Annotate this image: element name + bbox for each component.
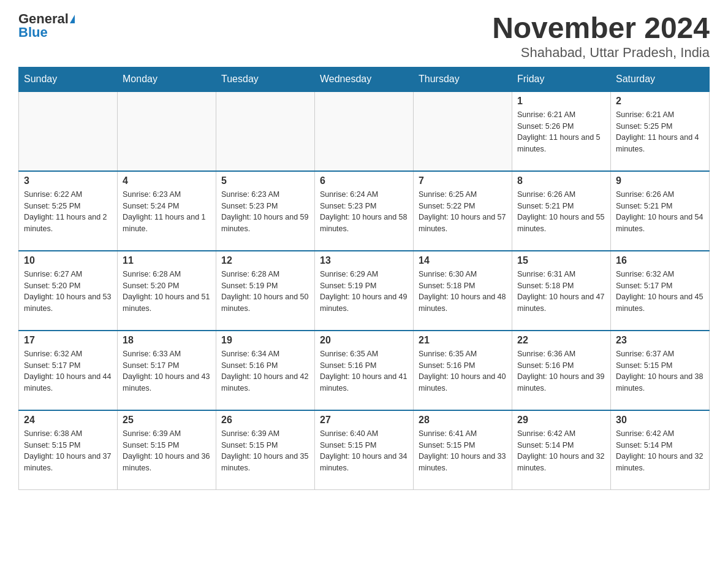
table-row: 27Sunrise: 6:40 AMSunset: 5:15 PMDayligh…: [315, 410, 414, 490]
day-info: Sunrise: 6:31 AMSunset: 5:18 PMDaylight:…: [517, 269, 605, 315]
day-number: 13: [320, 255, 408, 266]
day-number: 1: [517, 96, 605, 107]
day-info: Sunrise: 6:40 AMSunset: 5:15 PMDaylight:…: [320, 428, 408, 474]
day-info: Sunrise: 6:24 AMSunset: 5:23 PMDaylight:…: [320, 189, 408, 235]
day-number: 23: [616, 335, 704, 346]
day-number: 20: [320, 335, 408, 346]
day-number: 14: [419, 255, 507, 266]
location-subtitle: Shahabad, Uttar Pradesh, India: [492, 45, 710, 61]
day-number: 17: [24, 335, 112, 346]
day-number: 2: [616, 96, 704, 107]
logo-general-text: General: [18, 12, 69, 26]
day-number: 30: [616, 415, 704, 426]
day-number: 21: [419, 335, 507, 346]
table-row: 20Sunrise: 6:35 AMSunset: 5:16 PMDayligh…: [315, 331, 414, 410]
table-row: 19Sunrise: 6:34 AMSunset: 5:16 PMDayligh…: [216, 331, 315, 410]
table-row: 3Sunrise: 6:22 AMSunset: 5:25 PMDaylight…: [19, 171, 118, 251]
table-row: 11Sunrise: 6:28 AMSunset: 5:20 PMDayligh…: [118, 251, 216, 331]
table-row: [414, 91, 512, 171]
day-number: 6: [320, 175, 408, 186]
header-monday: Monday: [118, 67, 216, 91]
day-number: 28: [419, 415, 507, 426]
table-row: 21Sunrise: 6:35 AMSunset: 5:16 PMDayligh…: [414, 331, 512, 410]
day-info: Sunrise: 6:30 AMSunset: 5:18 PMDaylight:…: [419, 269, 507, 315]
day-number: 4: [123, 175, 211, 186]
table-row: 29Sunrise: 6:42 AMSunset: 5:14 PMDayligh…: [512, 410, 611, 490]
day-number: 3: [24, 175, 112, 186]
table-row: 6Sunrise: 6:24 AMSunset: 5:23 PMDaylight…: [315, 171, 414, 251]
day-info: Sunrise: 6:23 AMSunset: 5:24 PMDaylight:…: [123, 189, 211, 235]
month-year-title: November 2024: [492, 12, 710, 45]
day-number: 5: [221, 175, 309, 186]
header-sunday: Sunday: [19, 67, 118, 91]
day-info: Sunrise: 6:22 AMSunset: 5:25 PMDaylight:…: [24, 189, 112, 235]
day-info: Sunrise: 6:28 AMSunset: 5:20 PMDaylight:…: [123, 269, 211, 315]
calendar-table: Sunday Monday Tuesday Wednesday Thursday…: [18, 67, 710, 491]
day-info: Sunrise: 6:33 AMSunset: 5:17 PMDaylight:…: [123, 348, 211, 394]
day-info: Sunrise: 6:34 AMSunset: 5:16 PMDaylight:…: [221, 348, 309, 394]
day-number: 15: [517, 255, 605, 266]
day-info: Sunrise: 6:41 AMSunset: 5:15 PMDaylight:…: [419, 428, 507, 474]
day-number: 27: [320, 415, 408, 426]
table-row: 2Sunrise: 6:21 AMSunset: 5:25 PMDaylight…: [611, 91, 710, 171]
page-header: General Blue November 2024 Shahabad, Utt…: [18, 12, 710, 61]
day-info: Sunrise: 6:37 AMSunset: 5:15 PMDaylight:…: [616, 348, 704, 394]
table-row: [216, 91, 315, 171]
day-info: Sunrise: 6:26 AMSunset: 5:21 PMDaylight:…: [616, 189, 704, 235]
day-info: Sunrise: 6:23 AMSunset: 5:23 PMDaylight:…: [221, 189, 309, 235]
day-info: Sunrise: 6:39 AMSunset: 5:15 PMDaylight:…: [221, 428, 309, 474]
table-row: 24Sunrise: 6:38 AMSunset: 5:15 PMDayligh…: [19, 410, 118, 490]
day-number: 11: [123, 255, 211, 266]
day-number: 16: [616, 255, 704, 266]
table-row: 1Sunrise: 6:21 AMSunset: 5:26 PMDaylight…: [512, 91, 611, 171]
day-info: Sunrise: 6:42 AMSunset: 5:14 PMDaylight:…: [517, 428, 605, 474]
table-row: 23Sunrise: 6:37 AMSunset: 5:15 PMDayligh…: [611, 331, 710, 410]
table-row: 8Sunrise: 6:26 AMSunset: 5:21 PMDaylight…: [512, 171, 611, 251]
logo-blue-text: Blue: [18, 26, 48, 39]
calendar-week-row: 10Sunrise: 6:27 AMSunset: 5:20 PMDayligh…: [19, 251, 710, 331]
table-row: 13Sunrise: 6:29 AMSunset: 5:19 PMDayligh…: [315, 251, 414, 331]
day-number: 19: [221, 335, 309, 346]
table-row: 5Sunrise: 6:23 AMSunset: 5:23 PMDaylight…: [216, 171, 315, 251]
logo-triangle-icon: [70, 15, 75, 23]
day-info: Sunrise: 6:28 AMSunset: 5:19 PMDaylight:…: [221, 269, 309, 315]
day-info: Sunrise: 6:35 AMSunset: 5:16 PMDaylight:…: [320, 348, 408, 394]
day-info: Sunrise: 6:38 AMSunset: 5:15 PMDaylight:…: [24, 428, 112, 474]
day-info: Sunrise: 6:21 AMSunset: 5:26 PMDaylight:…: [517, 109, 605, 155]
day-info: Sunrise: 6:35 AMSunset: 5:16 PMDaylight:…: [419, 348, 507, 394]
day-number: 12: [221, 255, 309, 266]
day-number: 10: [24, 255, 112, 266]
day-number: 29: [517, 415, 605, 426]
day-number: 24: [24, 415, 112, 426]
day-number: 8: [517, 175, 605, 186]
table-row: 25Sunrise: 6:39 AMSunset: 5:15 PMDayligh…: [118, 410, 216, 490]
table-row: [19, 91, 118, 171]
header-friday: Friday: [512, 67, 611, 91]
table-row: 7Sunrise: 6:25 AMSunset: 5:22 PMDaylight…: [414, 171, 512, 251]
day-number: 25: [123, 415, 211, 426]
table-row: 22Sunrise: 6:36 AMSunset: 5:16 PMDayligh…: [512, 331, 611, 410]
table-row: 12Sunrise: 6:28 AMSunset: 5:19 PMDayligh…: [216, 251, 315, 331]
table-row: 17Sunrise: 6:32 AMSunset: 5:17 PMDayligh…: [19, 331, 118, 410]
calendar-week-row: 24Sunrise: 6:38 AMSunset: 5:15 PMDayligh…: [19, 410, 710, 490]
table-row: 14Sunrise: 6:30 AMSunset: 5:18 PMDayligh…: [414, 251, 512, 331]
day-info: Sunrise: 6:36 AMSunset: 5:16 PMDaylight:…: [517, 348, 605, 394]
table-row: 30Sunrise: 6:42 AMSunset: 5:14 PMDayligh…: [611, 410, 710, 490]
title-block: November 2024 Shahabad, Uttar Pradesh, I…: [492, 12, 710, 61]
day-info: Sunrise: 6:39 AMSunset: 5:15 PMDaylight:…: [123, 428, 211, 474]
header-tuesday: Tuesday: [216, 67, 315, 91]
table-row: 9Sunrise: 6:26 AMSunset: 5:21 PMDaylight…: [611, 171, 710, 251]
table-row: [118, 91, 216, 171]
day-number: 22: [517, 335, 605, 346]
weekday-header-row: Sunday Monday Tuesday Wednesday Thursday…: [19, 67, 710, 91]
calendar-week-row: 3Sunrise: 6:22 AMSunset: 5:25 PMDaylight…: [19, 171, 710, 251]
day-number: 9: [616, 175, 704, 186]
header-thursday: Thursday: [414, 67, 512, 91]
day-info: Sunrise: 6:29 AMSunset: 5:19 PMDaylight:…: [320, 269, 408, 315]
header-wednesday: Wednesday: [315, 67, 414, 91]
day-number: 18: [123, 335, 211, 346]
day-number: 26: [221, 415, 309, 426]
table-row: 4Sunrise: 6:23 AMSunset: 5:24 PMDaylight…: [118, 171, 216, 251]
table-row: 10Sunrise: 6:27 AMSunset: 5:20 PMDayligh…: [19, 251, 118, 331]
table-row: 16Sunrise: 6:32 AMSunset: 5:17 PMDayligh…: [611, 251, 710, 331]
